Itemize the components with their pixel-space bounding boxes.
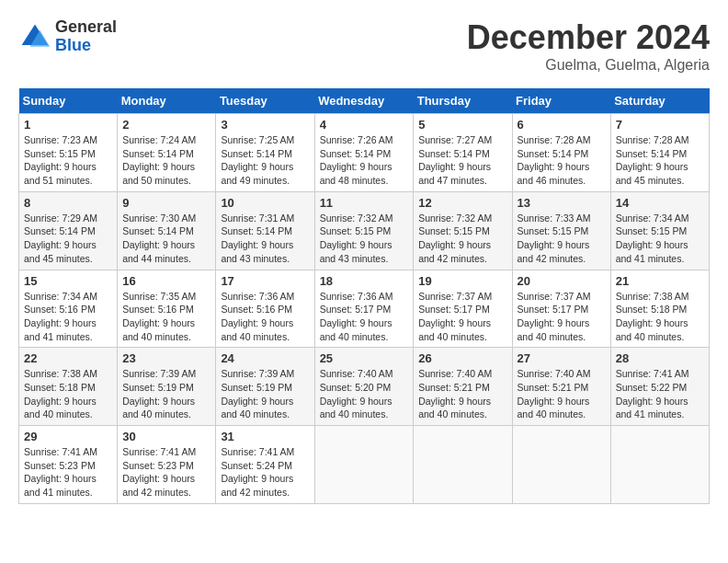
- day-number: 21: [616, 274, 704, 288]
- day-cell: 21Sunrise: 7:38 AM Sunset: 5:18 PM Dayli…: [610, 270, 709, 348]
- day-number: 5: [418, 118, 506, 132]
- day-detail: Sunrise: 7:32 AM Sunset: 5:15 PM Dayligh…: [320, 212, 409, 266]
- day-detail: Sunrise: 7:41 AM Sunset: 5:23 PM Dayligh…: [122, 445, 210, 500]
- day-cell: 7Sunrise: 7:28 AM Sunset: 5:14 PM Daylig…: [610, 114, 709, 192]
- day-detail: Sunrise: 7:39 AM Sunset: 5:19 PM Dayligh…: [122, 367, 210, 421]
- day-cell: 13Sunrise: 7:33 AM Sunset: 5:15 PM Dayli…: [512, 191, 610, 270]
- day-cell: 22Sunrise: 7:38 AM Sunset: 5:18 PM Dayli…: [19, 348, 118, 426]
- week-row: 1Sunrise: 7:23 AM Sunset: 5:15 PM Daylig…: [19, 114, 710, 192]
- day-cell: 3Sunrise: 7:25 AM Sunset: 5:14 PM Daylig…: [216, 114, 314, 192]
- title-section: December 2024 Guelma, Guelma, Algeria: [467, 18, 710, 74]
- day-cell: 27Sunrise: 7:40 AM Sunset: 5:21 PM Dayli…: [512, 348, 610, 426]
- day-detail: Sunrise: 7:31 AM Sunset: 5:14 PM Dayligh…: [221, 212, 309, 266]
- day-cell: 26Sunrise: 7:40 AM Sunset: 5:21 PM Dayli…: [414, 348, 512, 426]
- day-detail: Sunrise: 7:40 AM Sunset: 5:21 PM Dayligh…: [518, 367, 606, 421]
- day-cell: 23Sunrise: 7:39 AM Sunset: 5:19 PM Dayli…: [118, 348, 216, 426]
- day-number: 24: [221, 351, 309, 365]
- day-number: 23: [122, 351, 210, 365]
- day-number: 18: [320, 274, 409, 288]
- day-number: 19: [418, 274, 506, 288]
- day-detail: Sunrise: 7:36 AM Sunset: 5:17 PM Dayligh…: [320, 290, 409, 344]
- day-detail: Sunrise: 7:34 AM Sunset: 5:16 PM Dayligh…: [24, 290, 112, 344]
- day-cell: 17Sunrise: 7:36 AM Sunset: 5:16 PM Dayli…: [216, 270, 314, 348]
- day-detail: Sunrise: 7:38 AM Sunset: 5:18 PM Dayligh…: [616, 290, 704, 344]
- day-number: 26: [418, 351, 506, 365]
- header-day-wednesday: Wednesday: [314, 88, 414, 114]
- day-cell: 8Sunrise: 7:29 AM Sunset: 5:14 PM Daylig…: [19, 191, 118, 270]
- day-number: 29: [24, 430, 112, 443]
- day-detail: Sunrise: 7:36 AM Sunset: 5:16 PM Dayligh…: [221, 290, 309, 344]
- day-number: 15: [24, 274, 112, 288]
- day-number: 6: [518, 118, 606, 132]
- day-detail: Sunrise: 7:40 AM Sunset: 5:20 PM Dayligh…: [320, 367, 409, 421]
- day-detail: Sunrise: 7:32 AM Sunset: 5:15 PM Dayligh…: [418, 212, 506, 266]
- day-detail: Sunrise: 7:30 AM Sunset: 5:14 PM Dayligh…: [122, 212, 210, 266]
- day-cell: [512, 426, 610, 504]
- day-cell: 11Sunrise: 7:32 AM Sunset: 5:15 PM Dayli…: [314, 191, 414, 270]
- day-detail: Sunrise: 7:24 AM Sunset: 5:14 PM Dayligh…: [122, 133, 210, 188]
- logo: General Blue: [18, 18, 117, 55]
- day-detail: Sunrise: 7:23 AM Sunset: 5:15 PM Dayligh…: [24, 133, 112, 188]
- day-cell: [414, 426, 512, 504]
- day-number: 17: [221, 274, 309, 288]
- header-day-friday: Friday: [512, 88, 610, 114]
- day-number: 12: [418, 196, 506, 210]
- day-cell: 29Sunrise: 7:41 AM Sunset: 5:23 PM Dayli…: [19, 426, 118, 504]
- day-number: 20: [518, 274, 606, 288]
- week-row: 8Sunrise: 7:29 AM Sunset: 5:14 PM Daylig…: [19, 191, 710, 270]
- day-detail: Sunrise: 7:33 AM Sunset: 5:15 PM Dayligh…: [518, 212, 606, 266]
- day-number: 31: [221, 430, 309, 443]
- day-cell: 25Sunrise: 7:40 AM Sunset: 5:20 PM Dayli…: [314, 348, 414, 426]
- day-cell: 16Sunrise: 7:35 AM Sunset: 5:16 PM Dayli…: [118, 270, 216, 348]
- day-number: 3: [221, 118, 309, 132]
- day-number: 28: [616, 351, 704, 365]
- day-detail: Sunrise: 7:41 AM Sunset: 5:23 PM Dayligh…: [24, 445, 112, 500]
- day-number: 27: [518, 351, 606, 365]
- day-detail: Sunrise: 7:26 AM Sunset: 5:14 PM Dayligh…: [320, 133, 409, 188]
- day-detail: Sunrise: 7:34 AM Sunset: 5:15 PM Dayligh…: [616, 212, 704, 266]
- day-number: 22: [24, 351, 112, 365]
- day-cell: 31Sunrise: 7:41 AM Sunset: 5:24 PM Dayli…: [216, 426, 314, 504]
- header-day-monday: Monday: [118, 88, 216, 114]
- day-number: 4: [320, 118, 409, 132]
- logo-line1: General: [55, 18, 117, 37]
- calendar-header: SundayMondayTuesdayWednesdayThursdayFrid…: [19, 88, 710, 114]
- day-detail: Sunrise: 7:27 AM Sunset: 5:14 PM Dayligh…: [418, 133, 506, 188]
- day-number: 10: [221, 196, 309, 210]
- day-cell: 18Sunrise: 7:36 AM Sunset: 5:17 PM Dayli…: [314, 270, 414, 348]
- day-number: 2: [122, 118, 210, 132]
- day-cell: 24Sunrise: 7:39 AM Sunset: 5:19 PM Dayli…: [216, 348, 314, 426]
- location-title: Guelma, Guelma, Algeria: [467, 57, 710, 74]
- day-detail: Sunrise: 7:29 AM Sunset: 5:14 PM Dayligh…: [24, 212, 112, 266]
- day-cell: [314, 426, 414, 504]
- logo-line2: Blue: [55, 37, 117, 55]
- header-day-saturday: Saturday: [610, 88, 709, 114]
- day-number: 14: [616, 196, 704, 210]
- day-number: 9: [122, 196, 210, 210]
- logo-icon: [18, 20, 51, 53]
- day-cell: 6Sunrise: 7:28 AM Sunset: 5:14 PM Daylig…: [512, 114, 610, 192]
- header-day-tuesday: Tuesday: [216, 88, 314, 114]
- day-number: 13: [518, 196, 606, 210]
- day-cell: 20Sunrise: 7:37 AM Sunset: 5:17 PM Dayli…: [512, 270, 610, 348]
- day-number: 7: [616, 118, 704, 132]
- day-cell: [610, 426, 709, 504]
- day-cell: 2Sunrise: 7:24 AM Sunset: 5:14 PM Daylig…: [118, 114, 216, 192]
- month-title: December 2024: [467, 18, 710, 57]
- header-row: SundayMondayTuesdayWednesdayThursdayFrid…: [19, 88, 710, 114]
- header-day-thursday: Thursday: [414, 88, 512, 114]
- day-detail: Sunrise: 7:41 AM Sunset: 5:24 PM Dayligh…: [221, 445, 309, 500]
- day-number: 11: [320, 196, 409, 210]
- week-row: 29Sunrise: 7:41 AM Sunset: 5:23 PM Dayli…: [19, 426, 710, 504]
- day-detail: Sunrise: 7:28 AM Sunset: 5:14 PM Dayligh…: [518, 133, 606, 188]
- day-cell: 14Sunrise: 7:34 AM Sunset: 5:15 PM Dayli…: [610, 191, 709, 270]
- day-cell: 10Sunrise: 7:31 AM Sunset: 5:14 PM Dayli…: [216, 191, 314, 270]
- day-number: 8: [24, 196, 112, 210]
- day-detail: Sunrise: 7:41 AM Sunset: 5:22 PM Dayligh…: [616, 367, 704, 421]
- day-cell: 1Sunrise: 7:23 AM Sunset: 5:15 PM Daylig…: [19, 114, 118, 192]
- day-cell: 15Sunrise: 7:34 AM Sunset: 5:16 PM Dayli…: [19, 270, 118, 348]
- day-number: 1: [24, 118, 112, 132]
- day-detail: Sunrise: 7:25 AM Sunset: 5:14 PM Dayligh…: [221, 133, 309, 188]
- week-row: 15Sunrise: 7:34 AM Sunset: 5:16 PM Dayli…: [19, 270, 710, 348]
- day-cell: 28Sunrise: 7:41 AM Sunset: 5:22 PM Dayli…: [610, 348, 709, 426]
